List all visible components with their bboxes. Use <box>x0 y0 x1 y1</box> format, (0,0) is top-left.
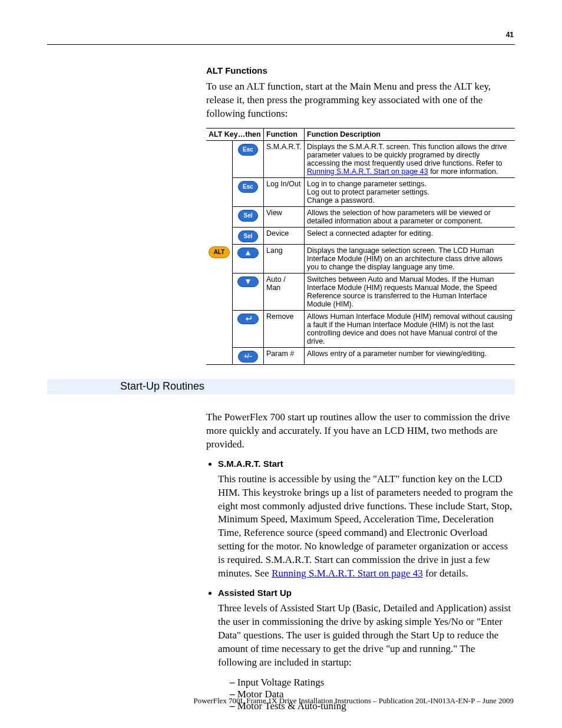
func-cell: S.M.A.R.T. <box>264 140 305 177</box>
key-icon-cell: Esc <box>233 140 264 177</box>
key-icon-cell: +/– <box>233 347 264 364</box>
func-cell: View <box>264 206 305 227</box>
desc-text-pre: Displays the S.M.A.R.T. screen. This fun… <box>307 143 507 167</box>
startup-intro: The PowerFlex 700 start up routines allo… <box>206 411 515 452</box>
desc-cell: Log in to change parameter settings. Log… <box>305 177 515 206</box>
th-function: Function <box>264 128 305 140</box>
func-cell: Log In/Out <box>264 177 305 206</box>
desc-cell: Displays the language selection screen. … <box>305 244 515 273</box>
desc-cell: Switches between Auto and Manual Modes. … <box>305 273 515 310</box>
key-icon-cell <box>233 244 264 273</box>
desc-cell: Allows Human Interface Module (HIM) remo… <box>305 310 515 347</box>
func-cell: Auto / Man <box>264 273 305 310</box>
sel-key-icon: Sel <box>238 210 258 222</box>
down-arrow-key-icon <box>237 276 259 287</box>
func-cell: Param # <box>264 347 305 364</box>
enter-key-icon <box>237 314 259 324</box>
key-icon-cell: Sel <box>233 227 264 244</box>
alt-key-icon: ALT <box>209 246 230 258</box>
esc-key-icon: Esc <box>238 144 258 156</box>
alt-functions-heading: ALT Functions <box>206 65 515 75</box>
func-cell: Remove <box>264 310 305 347</box>
startup-methods-list: S.M.A.R.T. Start This routine is accessi… <box>206 459 515 712</box>
list-item: Assisted Start Up Three levels of Assist… <box>218 588 515 712</box>
svg-marker-1 <box>246 279 250 284</box>
list-item: S.M.A.R.T. Start This routine is accessi… <box>218 459 515 581</box>
assisted-sublist: Input Voltage Ratings Motor Data Motor T… <box>218 677 515 712</box>
plus-minus-key-icon: +/– <box>238 351 258 363</box>
th-altkey: ALT Key…then <box>206 128 264 140</box>
sublist-item: Input Voltage Ratings <box>230 677 515 689</box>
assisted-startup-body: Three levels of Assisted Start Up (Basic… <box>218 602 515 670</box>
desc-cell: Allows the selection of how parameters w… <box>305 206 515 227</box>
smart-start-body: This routine is accessible by using the … <box>218 473 515 581</box>
section-band: Start-Up Routines <box>47 379 515 394</box>
page-number: 41 <box>506 31 514 39</box>
desc-cell: Displays the S.M.A.R.T. screen. This fun… <box>305 140 515 177</box>
smart-start-link[interactable]: Running S.M.A.R.T. Start on page 43 <box>307 167 428 176</box>
sel-key-icon: Sel <box>238 230 258 242</box>
alt-functions-intro: To use an ALT function, start at the Mai… <box>206 80 515 121</box>
smart-start-link2[interactable]: Running S.M.A.R.T. Start on page 43 <box>272 568 423 579</box>
up-arrow-key-icon <box>237 248 259 258</box>
smart-start-title: S.M.A.R.T. Start <box>218 459 283 469</box>
page-footer: PowerFlex 700L Frame 1X Drive Installati… <box>193 696 514 706</box>
smart-body-post: for details. <box>423 568 468 579</box>
startup-heading: Start-Up Routines <box>47 380 204 393</box>
desc-text-post: for more information. <box>428 167 498 176</box>
desc-cell: Select a connected adapter for editing. <box>305 227 515 244</box>
assisted-startup-title: Assisted Start Up <box>218 588 292 598</box>
desc-cell: Allows entry of a parameter number for v… <box>305 347 515 364</box>
smart-body-pre: This routine is accessible by using the … <box>218 473 513 579</box>
sublist-text: Input Voltage Ratings <box>237 677 325 688</box>
alt-functions-table: ALT Key…then Function Function Descripti… <box>206 128 515 365</box>
key-icon-cell: Sel <box>233 206 264 227</box>
svg-marker-0 <box>246 251 250 255</box>
top-rule <box>47 44 515 45</box>
key-icon-cell: Esc <box>233 177 264 206</box>
alt-key-cell: ALT <box>206 140 233 364</box>
key-icon-cell <box>233 273 264 310</box>
func-cell: Lang <box>264 244 305 273</box>
func-cell: Device <box>264 227 305 244</box>
esc-key-icon: Esc <box>238 181 258 193</box>
key-icon-cell <box>233 310 264 347</box>
th-desc: Function Description <box>305 128 515 140</box>
